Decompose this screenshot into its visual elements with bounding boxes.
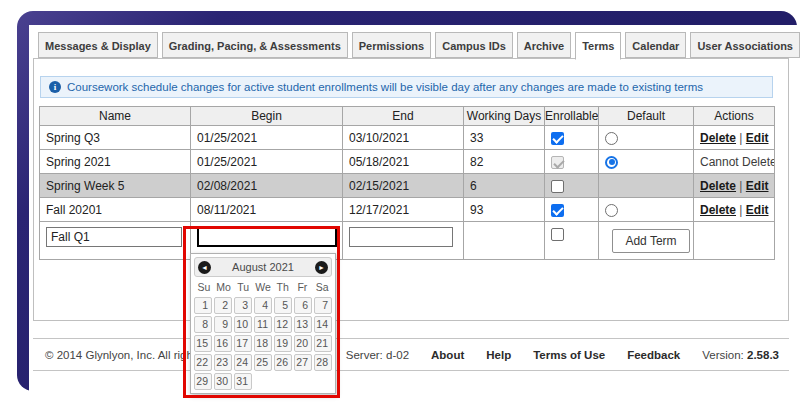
- table-row-highlighted: Spring Week 5 02/08/2021 02/15/2021 6 De…: [40, 174, 775, 198]
- delete-link[interactable]: Delete: [700, 179, 736, 193]
- day-name: Su: [194, 281, 214, 293]
- calendar-day[interactable]: 27: [294, 354, 312, 371]
- calendar-day[interactable]: 5: [274, 297, 292, 314]
- cannot-delete-label: Cannot Delete: [700, 155, 775, 169]
- tab-messages-display[interactable]: Messages & Display: [38, 32, 158, 58]
- term-begin: 02/08/2021: [191, 174, 343, 198]
- delete-link[interactable]: Delete: [700, 203, 736, 217]
- calendar-day[interactable]: 16: [214, 335, 232, 352]
- terms-of-use-link[interactable]: Terms of Use: [533, 349, 605, 361]
- calendar-title: August 2021: [232, 261, 294, 273]
- server-label: Server: d-02: [346, 349, 409, 361]
- edit-link[interactable]: Edit: [746, 131, 769, 145]
- term-end: 03/10/2021: [343, 126, 464, 150]
- calendar-day[interactable]: 19: [274, 335, 292, 352]
- col-header-default: Default: [599, 107, 694, 126]
- add-term-button[interactable]: Add Term: [612, 229, 690, 253]
- calendar-day[interactable]: 10: [234, 316, 252, 333]
- calendar-day[interactable]: 14: [314, 316, 332, 333]
- info-icon: i: [49, 81, 61, 93]
- calendar-day[interactable]: 8: [194, 316, 212, 333]
- term-name: Spring Q3: [40, 126, 191, 150]
- about-link[interactable]: About: [431, 349, 464, 361]
- term-begin: 01/25/2021: [191, 126, 343, 150]
- calendar-day[interactable]: 9: [214, 316, 232, 333]
- calendar-day[interactable]: 15: [194, 335, 212, 352]
- calendar-day[interactable]: 7: [314, 297, 332, 314]
- calendar-next-icon[interactable]: ►: [315, 261, 328, 274]
- table-row: Spring 2021 01/25/2021 05/18/2021 82 Can…: [40, 150, 775, 174]
- term-end: 05/18/2021: [343, 150, 464, 174]
- new-term-end-input[interactable]: [349, 227, 453, 247]
- action-separator: |: [736, 203, 746, 217]
- calendar-day[interactable]: 26: [274, 354, 292, 371]
- tab-campus-ids[interactable]: Campus IDs: [435, 32, 513, 58]
- action-separator: |: [736, 131, 746, 145]
- day-name: Mo: [214, 281, 234, 293]
- new-term-enrollable-checkbox[interactable]: [551, 228, 564, 241]
- day-name: Fr: [293, 281, 313, 293]
- enrollable-checkbox[interactable]: [551, 132, 564, 145]
- default-radio[interactable]: [605, 204, 618, 217]
- calendar-day[interactable]: 17: [234, 335, 252, 352]
- col-header-end: End: [343, 107, 464, 126]
- default-cell-empty: [599, 174, 694, 198]
- day-name: Sa: [312, 281, 332, 293]
- date-picker-popup: ◄ August 2021 ► Su Mo Tu We Th Fr Sa 1 2…: [190, 253, 336, 394]
- calendar-prev-icon[interactable]: ◄: [198, 261, 211, 274]
- help-link[interactable]: Help: [486, 349, 511, 361]
- new-term-row: Add Term: [40, 222, 775, 260]
- tab-permissions[interactable]: Permissions: [352, 32, 431, 58]
- default-radio[interactable]: [605, 156, 618, 169]
- tab-calendar[interactable]: Calendar: [625, 32, 686, 58]
- col-header-enrollable: Enrollable: [545, 107, 599, 126]
- calendar-day[interactable]: 21: [314, 335, 332, 352]
- calendar-day[interactable]: 23: [214, 354, 232, 371]
- calendar-day[interactable]: 30: [214, 373, 232, 390]
- calendar-day[interactable]: 18: [254, 335, 272, 352]
- feedback-link[interactable]: Feedback: [627, 349, 680, 361]
- calendar-day[interactable]: 3: [234, 297, 252, 314]
- calendar-day[interactable]: 6: [294, 297, 312, 314]
- delete-link[interactable]: Delete: [700, 131, 736, 145]
- table-row: Spring Q3 01/25/2021 03/10/2021 33 Delet…: [40, 126, 775, 150]
- term-name: Spring 2021: [40, 150, 191, 174]
- footer-links: Server: d-02 About Help Terms of Use Fee…: [346, 349, 779, 361]
- edit-link[interactable]: Edit: [746, 203, 769, 217]
- calendar-day[interactable]: 4: [254, 297, 272, 314]
- default-radio[interactable]: [605, 132, 618, 145]
- calendar-day[interactable]: 31: [234, 373, 252, 390]
- terms-table: Name Begin End Working Days Enrollable D…: [39, 106, 775, 260]
- new-term-name-input[interactable]: [46, 227, 182, 247]
- calendar-day[interactable]: 20: [294, 335, 312, 352]
- calendar-day: [274, 373, 292, 390]
- table-header-row: Name Begin End Working Days Enrollable D…: [40, 107, 775, 126]
- calendar-day[interactable]: 28: [314, 354, 332, 371]
- version-label: Version: 2.58.3: [702, 349, 779, 361]
- term-working-days: 93: [464, 198, 545, 222]
- new-term-actions-empty: [694, 222, 775, 260]
- version-text: Version:: [702, 349, 744, 361]
- edit-link[interactable]: Edit: [746, 179, 769, 193]
- calendar-day[interactable]: 22: [194, 354, 212, 371]
- calendar-day[interactable]: 11: [254, 316, 272, 333]
- term-name: Spring Week 5: [40, 174, 191, 198]
- version-value: 2.58.3: [747, 349, 779, 361]
- calendar-day[interactable]: 24: [234, 354, 252, 371]
- calendar-day[interactable]: 1: [194, 297, 212, 314]
- tab-archive[interactable]: Archive: [517, 32, 571, 58]
- col-header-working-days: Working Days: [464, 107, 545, 126]
- calendar-day[interactable]: 12: [274, 316, 292, 333]
- tab-grading-pacing-assessments[interactable]: Grading, Pacing, & Assessments: [162, 32, 348, 58]
- term-begin: 08/11/2021: [191, 198, 343, 222]
- calendar-day[interactable]: 2: [214, 297, 232, 314]
- calendar-day[interactable]: 25: [254, 354, 272, 371]
- tab-user-associations[interactable]: User Associations: [690, 32, 800, 58]
- calendar-day[interactable]: 29: [194, 373, 212, 390]
- calendar-day[interactable]: 13: [294, 316, 312, 333]
- col-header-begin: Begin: [191, 107, 343, 126]
- tab-terms[interactable]: Terms: [575, 32, 621, 60]
- enrollable-checkbox[interactable]: [551, 180, 564, 193]
- enrollable-checkbox[interactable]: [551, 204, 564, 217]
- new-term-begin-input[interactable]: [197, 227, 337, 247]
